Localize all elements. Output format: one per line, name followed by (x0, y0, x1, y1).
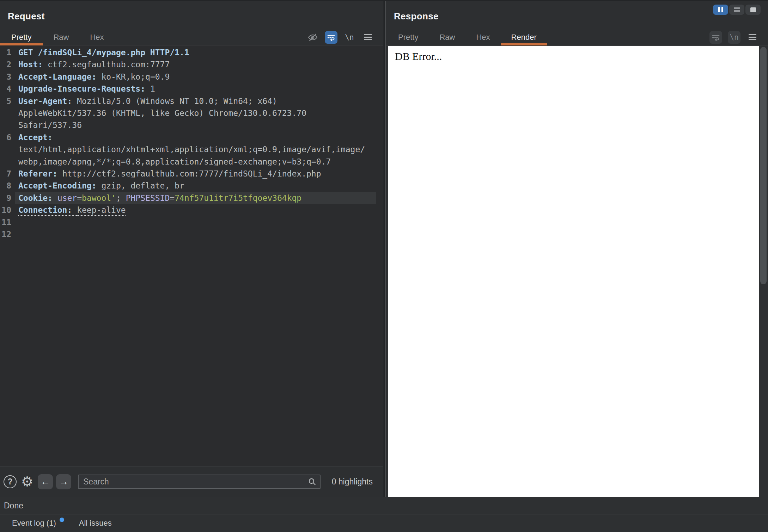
tab-response-hex[interactable]: Hex (465, 29, 500, 45)
rendered-page[interactable]: DB Error... (388, 46, 759, 497)
line-number: 12 (0, 228, 15, 240)
tab-request-hex[interactable]: Hex (79, 29, 114, 45)
pane-resize-handle[interactable] (383, 1, 386, 497)
tab-response-pretty[interactable]: Pretty (388, 29, 429, 45)
request-line[interactable]: 4Upgrade-Insecure-Requests: 1 (0, 83, 376, 95)
line-number (0, 143, 15, 155)
word-wrap-icon (712, 33, 720, 42)
request-line[interactable]: 7Referer: http://ctf2.segfaulthub.com:77… (0, 168, 376, 180)
line-number: 7 (0, 168, 15, 180)
code-segment: Connection: (18, 205, 77, 215)
line-content: Cookie: user=bawool'; PHPSESSID=74nf57u1… (15, 192, 376, 204)
code-segment: keep-alive (77, 205, 126, 215)
line-content: Accept-Encoding: gzip, deflate, br (15, 180, 376, 192)
line-number: 1 (0, 47, 15, 58)
eye-off-icon (307, 32, 318, 43)
code-segment: ko-KR,ko;q=0.9 (101, 72, 170, 81)
request-line[interactable]: AppleWebKit/537.36 (KHTML, like Gecko) C… (0, 107, 376, 119)
response-header: Response (386, 1, 768, 29)
layout-rows-button[interactable] (729, 5, 744, 15)
show-newlines-toggle-button-disabled[interactable]: \n (728, 31, 740, 44)
all-issues-label: All issues (79, 519, 112, 527)
request-line[interactable]: 1GET /findSQLi_4/mypage.php HTTP/1.1 (0, 47, 376, 58)
line-content: webp,image/apng,*/*;q=0.8,application/si… (15, 156, 376, 168)
code-segment: Mozilla/5.0 (Windows NT 10.0; Win64; x64… (77, 97, 277, 106)
code-segment: text/html,application/xhtml+xml,applicat… (18, 145, 365, 154)
tab-label: Render (511, 33, 537, 42)
code-segment: Host: (18, 60, 48, 69)
hide-nonprintable-button[interactable] (306, 31, 319, 44)
gutter-divider (15, 45, 15, 466)
all-issues-link[interactable]: All issues (79, 519, 112, 528)
response-tabbar: Pretty Raw Hex Render (386, 29, 768, 45)
tab-request-pretty[interactable]: Pretty (0, 29, 43, 45)
tab-response-render[interactable]: Render (501, 29, 547, 45)
request-search-bar: ? ⚙ ← → 0 highlights (0, 466, 383, 497)
line-content (15, 228, 376, 240)
request-editor-toolbar: \n (306, 29, 374, 45)
line-content: Accept-Language: ko-KR,ko;q=0.9 (15, 71, 376, 83)
tab-request-raw[interactable]: Raw (43, 29, 79, 45)
code-segment: webp,image/apng,*/*;q=0.8,application/si… (18, 157, 331, 166)
request-line[interactable]: 2Host: ctf2.segfaulthub.com:7777 (0, 58, 376, 70)
code-segment: bawool' (82, 193, 116, 203)
request-line[interactable]: text/html,application/xhtml+xml,applicat… (0, 143, 376, 155)
tab-label: Raw (439, 33, 455, 42)
newline-icon: \n (730, 33, 738, 42)
request-line[interactable]: 12 (0, 228, 376, 240)
request-response-split: Request Pretty Raw Hex (0, 0, 768, 497)
tab-response-raw[interactable]: Raw (429, 29, 465, 45)
line-content: Safari/537.36 (15, 119, 376, 131)
code-segment: PHPSESSID (126, 193, 170, 203)
request-line[interactable]: 11 (0, 216, 376, 228)
word-wrap-toggle-button-disabled[interactable] (709, 31, 722, 44)
request-title: Request (8, 11, 45, 21)
code-segment: user (57, 193, 77, 203)
request-line[interactable]: 9Cookie: user=bawool'; PHPSESSID=74nf57u… (0, 192, 376, 204)
request-line[interactable]: 10Connection: keep-alive (0, 204, 376, 216)
code-segment: 1 (150, 84, 155, 93)
search-previous-button[interactable]: ← (38, 474, 53, 489)
request-line[interactable]: 8Accept-Encoding: gzip, deflate, br (0, 180, 376, 192)
code-segment: GET /findSQLi_4/mypage.php HTTP/1.1 (18, 48, 189, 57)
line-content: Host: ctf2.segfaulthub.com:7777 (15, 58, 376, 70)
request-line[interactable]: 6Accept: (0, 131, 376, 143)
tab-label: Pretty (11, 33, 31, 42)
search-input[interactable] (78, 475, 321, 489)
line-content (15, 216, 376, 228)
request-line[interactable]: Safari/537.36 (0, 119, 376, 131)
scrollbar-thumb[interactable] (760, 47, 767, 284)
event-log-label: Event log (1) (12, 519, 56, 528)
layout-columns-button[interactable] (713, 5, 728, 15)
layout-tabs-button[interactable] (745, 5, 761, 15)
code-segment: http://ctf2.segfaulthub.com:7777/findSQL… (62, 169, 321, 178)
line-content: Connection: keep-alive (15, 204, 376, 216)
word-wrap-toggle-button[interactable] (325, 31, 337, 44)
response-scrollbar[interactable] (759, 46, 768, 497)
tab-label: Hex (90, 33, 104, 42)
code-segment: gzip, deflate, br (101, 181, 184, 190)
tab-label: Raw (53, 33, 69, 42)
request-line[interactable]: 3Accept-Language: ko-KR,ko;q=0.9 (0, 71, 376, 83)
request-editor[interactable]: 1GET /findSQLi_4/mypage.php HTTP/1.12Hos… (0, 45, 383, 466)
event-log-link[interactable]: Event log (1) (12, 519, 64, 528)
burp-message-editor-window: Request Pretty Raw Hex (0, 0, 768, 532)
word-wrap-icon (327, 33, 335, 42)
gear-glyph: ⚙ (21, 474, 33, 489)
line-number: 11 (0, 216, 15, 228)
line-number: 8 (0, 180, 15, 192)
notification-dot (60, 518, 64, 522)
response-editor-menu-button[interactable] (746, 31, 759, 44)
request-line[interactable]: webp,image/apng,*/*;q=0.8,application/si… (0, 156, 376, 168)
help-icon[interactable]: ? (4, 475, 17, 488)
code-segment: ; (116, 193, 126, 203)
search-next-button[interactable]: → (56, 474, 71, 489)
code-segment: Upgrade-Insecure-Requests: (18, 84, 150, 93)
code-segment: ctf2.segfaulthub.com:7777 (48, 60, 170, 69)
gear-icon[interactable]: ⚙ (20, 475, 35, 488)
show-newlines-toggle-button[interactable]: \n (343, 31, 356, 44)
request-header: Request (0, 1, 383, 29)
line-number: 3 (0, 71, 15, 83)
request-editor-menu-button[interactable] (361, 31, 374, 44)
request-line[interactable]: 5User-Agent: Mozilla/5.0 (Windows NT 10.… (0, 95, 376, 107)
